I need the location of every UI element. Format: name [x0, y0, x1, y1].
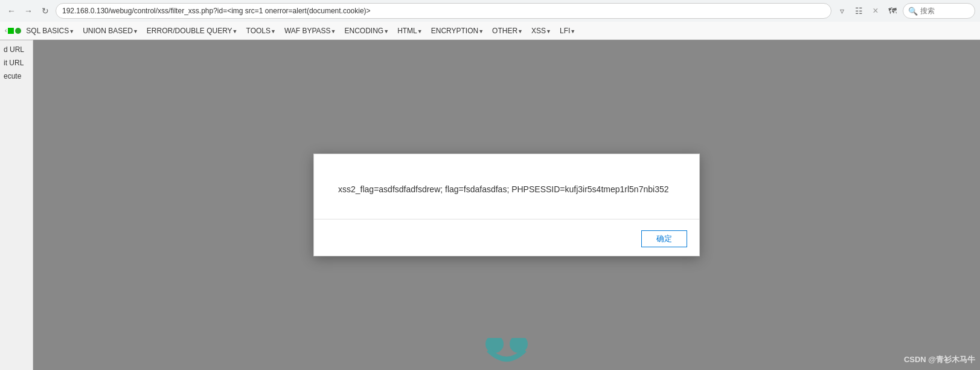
menu-tools[interactable]: TOOLS▼	[243, 25, 280, 36]
alert-dialog: xss2_flag=asdfsdfadfsdrew; flag=fsdafasd…	[313, 154, 700, 256]
sidebar-item-edit-url[interactable]: it URL	[0, 56, 33, 70]
address-input[interactable]	[56, 3, 831, 19]
bookmark-down-icon[interactable]: ▿	[835, 4, 848, 18]
search-input[interactable]	[920, 7, 969, 15]
status-green-square	[8, 28, 14, 34]
address-bar: ← → ↻ ▿ ☷ × 🗺 🔍	[0, 0, 980, 22]
menu-toolbar: ‹ SQL BASICS▼ UNION BASED▼ ERROR/DOUBLE …	[0, 22, 980, 40]
gray-background: xss2_flag=asdfsdfadfsdrew; flag=fsdafasd…	[33, 40, 980, 370]
menu-encoding[interactable]: ENCODING▼	[341, 25, 393, 36]
menu-union-based[interactable]: UNION BASED▼	[79, 25, 142, 36]
menu-sql-basics[interactable]: SQL BASICS▼	[22, 25, 78, 36]
dialog-ok-button[interactable]: 确定	[641, 230, 687, 247]
reader-mode-icon[interactable]: ☷	[852, 4, 865, 18]
dialog-content: xss2_flag=asdfsdfadfsdrew; flag=fsdafasd…	[314, 154, 699, 219]
menu-lfi[interactable]: LFI▼	[556, 25, 579, 36]
sidebar: d URL it URL ecute	[0, 41, 33, 370]
menu-xss[interactable]: XSS▼	[528, 25, 555, 36]
toolbar-collapse-icon[interactable]: ‹	[5, 27, 7, 34]
watermark: CSDN @青衫木马牛	[904, 354, 975, 365]
browser-chrome: ← → ↻ ▿ ☷ × 🗺 🔍 ‹ SQL BASICS▼ UNION BASE…	[0, 0, 980, 41]
forward-button[interactable]: →	[22, 4, 35, 18]
sidebar-item-execute[interactable]: ecute	[0, 70, 33, 83]
extension-icon[interactable]: 🗺	[886, 4, 899, 18]
menu-other[interactable]: OTHER▼	[488, 25, 527, 36]
dialog-footer: 确定	[314, 226, 699, 256]
bottom-figure	[476, 338, 537, 370]
status-green-dot	[15, 28, 21, 34]
search-icon: 🔍	[908, 7, 918, 16]
menu-html[interactable]: HTML▼	[394, 25, 426, 36]
menu-waf-bypass[interactable]: WAF BYPASS▼	[281, 25, 340, 36]
reload-button[interactable]: ↻	[39, 4, 52, 18]
search-box[interactable]: 🔍	[903, 3, 975, 19]
close-tab-icon[interactable]: ×	[869, 4, 882, 18]
menu-encryption[interactable]: ENCRYPTION▼	[428, 25, 487, 36]
dialog-message: xss2_flag=asdfsdfadfsdrew; flag=fsdafasd…	[338, 183, 668, 196]
menu-error-double-query[interactable]: ERROR/DOUBLE QUERY▼	[143, 25, 242, 36]
dialog-separator	[314, 219, 699, 219]
sidebar-item-add-url[interactable]: d URL	[0, 43, 33, 56]
back-button[interactable]: ←	[5, 4, 18, 18]
